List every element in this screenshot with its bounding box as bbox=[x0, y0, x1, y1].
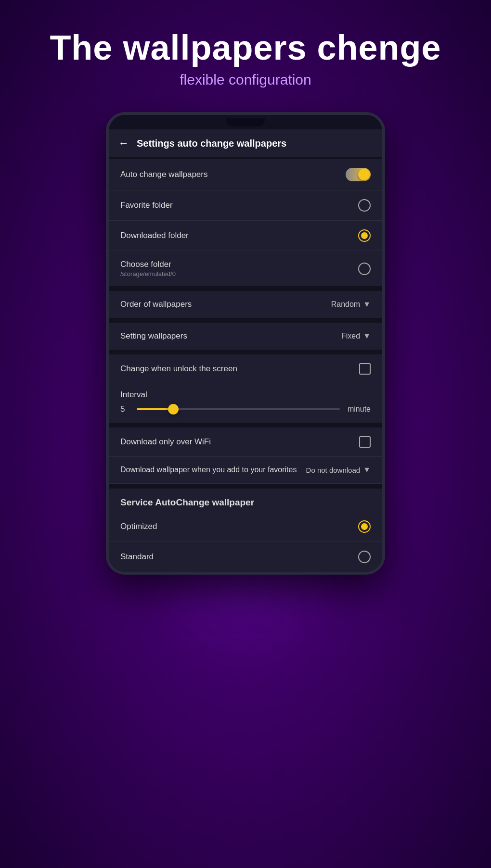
download-wifi-label: Download only over WiFi bbox=[120, 437, 359, 447]
order-label: Order of wallpapers bbox=[120, 300, 331, 309]
divider-5 bbox=[109, 484, 382, 487]
choose-folder-row[interactable]: Choose folder /storage/emulated/0 bbox=[109, 251, 382, 286]
optimized-label: Optimized bbox=[120, 522, 358, 531]
service-heading: Service AutoChange wallpaper bbox=[109, 489, 382, 512]
app-screen: ← Settings auto change wallpapers Auto c… bbox=[109, 129, 382, 571]
interval-value: 5 bbox=[120, 404, 130, 414]
choose-folder-radio[interactable] bbox=[358, 263, 371, 275]
auto-change-row: Auto change wallpapers bbox=[109, 159, 382, 190]
order-section: Order of wallpapers Random ▼ bbox=[109, 291, 382, 318]
optimized-radio[interactable] bbox=[358, 520, 371, 533]
setting-chevron-icon: ▼ bbox=[363, 332, 371, 340]
download-wifi-checkbox[interactable] bbox=[359, 436, 371, 448]
order-value: Random bbox=[331, 300, 360, 309]
setting-wallpapers-label: Setting wallpapers bbox=[120, 331, 341, 341]
auto-change-toggle[interactable] bbox=[346, 168, 371, 181]
download-wifi-section: Download only over WiFi Download wallpap… bbox=[109, 428, 382, 483]
favorite-folder-label: Favorite folder bbox=[120, 201, 173, 210]
interval-unit: minute bbox=[347, 405, 371, 414]
auto-change-label: Auto change wallpapers bbox=[120, 170, 346, 179]
download-favorites-chevron-icon: ▼ bbox=[363, 465, 371, 474]
hero-section: The wallpapers chenge flexible configura… bbox=[0, 0, 491, 102]
divider-4 bbox=[109, 423, 382, 426]
favorite-folder-row[interactable]: Favorite folder bbox=[109, 190, 382, 221]
download-favorites-label: Download wallpaper when you add to your … bbox=[120, 465, 306, 475]
standard-radio[interactable] bbox=[358, 551, 371, 563]
order-row: Order of wallpapers Random ▼ bbox=[109, 291, 382, 318]
slider-thumb[interactable] bbox=[168, 404, 179, 415]
divider-1 bbox=[109, 286, 382, 289]
download-favorites-dropdown[interactable]: Do not download ▼ bbox=[306, 465, 371, 474]
divider-3 bbox=[109, 350, 382, 352]
auto-change-section: Auto change wallpapers Favorite folder D… bbox=[109, 159, 382, 286]
setting-wallpapers-value: Fixed bbox=[341, 332, 360, 340]
service-section: Service AutoChange wallpaper Optimized S… bbox=[109, 489, 382, 572]
downloaded-folder-label: Downloaded folder bbox=[120, 231, 189, 240]
interval-section: Interval 5 minute bbox=[109, 383, 382, 423]
interval-slider-track[interactable] bbox=[137, 408, 340, 410]
interval-slider-row: 5 minute bbox=[120, 404, 371, 414]
standard-row[interactable]: Standard bbox=[109, 542, 382, 572]
phone-notch bbox=[109, 115, 382, 129]
choose-folder-path: /storage/emulated/0 bbox=[120, 270, 176, 277]
interval-label: Interval bbox=[120, 390, 371, 400]
divider-2 bbox=[109, 318, 382, 321]
notch bbox=[226, 118, 265, 126]
choose-folder-label: Choose folder bbox=[120, 260, 176, 269]
phone-frame: ← Settings auto change wallpapers Auto c… bbox=[106, 112, 385, 574]
download-wifi-row: Download only over WiFi bbox=[109, 428, 382, 457]
screen-title: Settings auto change wallpapers bbox=[137, 138, 286, 149]
downloaded-folder-radio[interactable] bbox=[358, 229, 371, 242]
change-unlock-section: Change when unlock the screen bbox=[109, 354, 382, 383]
setting-wallpapers-row: Setting wallpapers Fixed ▼ bbox=[109, 323, 382, 350]
radio-inner-dot bbox=[361, 232, 368, 239]
optimized-radio-dot bbox=[361, 523, 368, 530]
order-chevron-icon: ▼ bbox=[363, 300, 371, 309]
setting-wallpapers-section: Setting wallpapers Fixed ▼ bbox=[109, 323, 382, 350]
standard-label: Standard bbox=[120, 552, 358, 562]
change-unlock-checkbox[interactable] bbox=[359, 363, 371, 375]
setting-wallpapers-dropdown[interactable]: Fixed ▼ bbox=[341, 332, 371, 340]
top-bar: ← Settings auto change wallpapers bbox=[109, 129, 382, 157]
order-dropdown[interactable]: Random ▼ bbox=[331, 300, 371, 309]
hero-subtitle: flexible configuration bbox=[19, 72, 472, 88]
hero-title: The wallpapers chenge bbox=[19, 29, 472, 67]
toggle-knob bbox=[358, 169, 370, 180]
optimized-row[interactable]: Optimized bbox=[109, 512, 382, 542]
downloaded-folder-row[interactable]: Downloaded folder bbox=[109, 221, 382, 251]
download-favorites-row: Download wallpaper when you add to your … bbox=[109, 457, 382, 483]
change-unlock-label: Change when unlock the screen bbox=[120, 364, 359, 374]
download-favorites-value: Do not download bbox=[306, 466, 361, 474]
change-unlock-row: Change when unlock the screen bbox=[109, 354, 382, 383]
back-button[interactable]: ← bbox=[118, 137, 129, 150]
favorite-folder-radio[interactable] bbox=[358, 199, 371, 212]
